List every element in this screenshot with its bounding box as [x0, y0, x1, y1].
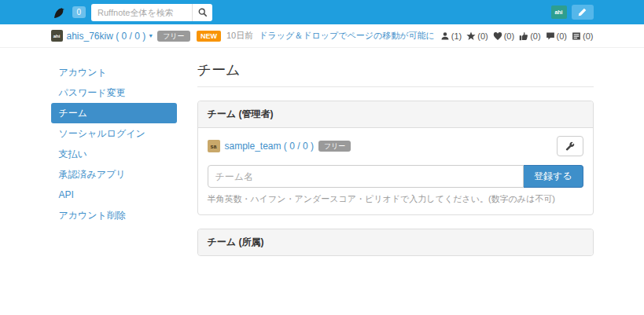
- member-count: (1): [451, 31, 462, 41]
- team-create-form: 登録する: [208, 165, 583, 188]
- team-name-input[interactable]: [208, 165, 524, 188]
- hearts-stat[interactable]: (0): [493, 31, 514, 41]
- user-avatar[interactable]: ahi: [551, 5, 567, 19]
- page-title: チーム: [197, 56, 594, 87]
- team-settings-button[interactable]: [557, 136, 583, 156]
- member-icon: [440, 31, 450, 41]
- team-avatar: sa: [208, 140, 220, 152]
- sidebar-item-account[interactable]: アカウント: [51, 62, 177, 82]
- sidebar-item-social-login[interactable]: ソーシャルログイン: [51, 123, 177, 144]
- search-button[interactable]: [192, 4, 212, 21]
- notification-count-badge[interactable]: 0: [72, 6, 86, 18]
- feed-count: (0): [583, 31, 593, 41]
- user-dropdown[interactable]: ahis_76kiw ( 0 / 0 ) ▼: [67, 31, 154, 42]
- star-icon: [466, 31, 476, 41]
- avatar: ahi: [51, 30, 63, 42]
- search-icon: [198, 8, 208, 17]
- team-admin-panel-header: チーム (管理者): [198, 101, 593, 128]
- search-box: [91, 4, 212, 21]
- register-button[interactable]: 登録する: [524, 165, 583, 188]
- stats: (1) (0) (0): [440, 31, 594, 41]
- feed-stat[interactable]: (0): [572, 31, 593, 41]
- team-row: sa sample_team ( 0 / 0 ) フリー: [208, 136, 583, 156]
- feed-icon: [572, 31, 581, 41]
- sidebar-item-payment[interactable]: 支払い: [51, 144, 177, 164]
- team-plan-badge: フリー: [318, 141, 351, 152]
- star-count: (0): [477, 31, 488, 41]
- comment-count: (0): [557, 31, 567, 41]
- team-member-panel-header: チーム (所属): [198, 229, 593, 255]
- new-page-button[interactable]: [572, 5, 594, 20]
- user-strip: ahi ahis_76kiw ( 0 / 0 ) ▼ フリー NEW 10日前 …: [0, 24, 644, 48]
- comments-stat[interactable]: (0): [546, 31, 567, 41]
- sidebar-item-password[interactable]: パスワード変更: [51, 82, 177, 103]
- team-member-panel: チーム (所属): [197, 229, 594, 256]
- wrench-icon: [565, 141, 575, 151]
- settings-sidebar: アカウント パスワード変更 チーム ソーシャルログイン 支払い 承認済みアプリ …: [51, 56, 177, 256]
- search-input[interactable]: [91, 4, 192, 21]
- pencil-icon: [578, 8, 587, 16]
- like-count: (0): [530, 31, 540, 41]
- heart-count: (0): [504, 31, 514, 41]
- new-badge: NEW: [197, 31, 221, 42]
- sidebar-item-approved-apps[interactable]: 承認済みアプリ: [51, 164, 177, 185]
- members-stat[interactable]: (1): [440, 31, 462, 41]
- thumbs-up-icon: [519, 31, 528, 41]
- topbar: 0 ahi: [0, 0, 644, 24]
- sidebar-item-team[interactable]: チーム: [51, 103, 177, 123]
- sidebar-item-api[interactable]: API: [51, 185, 177, 205]
- news-date: 10日前: [226, 30, 253, 42]
- stars-stat[interactable]: (0): [466, 31, 488, 41]
- plan-badge: フリー: [157, 31, 190, 42]
- chevron-down-icon: ▼: [148, 33, 153, 38]
- username: ahis_76kiw ( 0 / 0 ): [67, 31, 146, 42]
- team-name-help-text: 半角英数・ハイフン・アンダースコア・ピリオドで入力してください。(数字のみは不可…: [208, 193, 583, 205]
- sidebar-item-delete-account[interactable]: アカウント削除: [51, 205, 177, 225]
- news-link[interactable]: ドラッグ＆ドロップでページの移動が可能に: [259, 30, 435, 42]
- likes-stat[interactable]: (0): [519, 31, 540, 41]
- bird-logo-icon[interactable]: [51, 5, 67, 20]
- team-link[interactable]: sample_team ( 0 / 0 ): [225, 141, 314, 152]
- team-admin-panel: チーム (管理者) sa sample_team ( 0 / 0 ) フリー 登…: [197, 101, 594, 215]
- heart-icon: [493, 31, 502, 41]
- comment-icon: [546, 31, 555, 41]
